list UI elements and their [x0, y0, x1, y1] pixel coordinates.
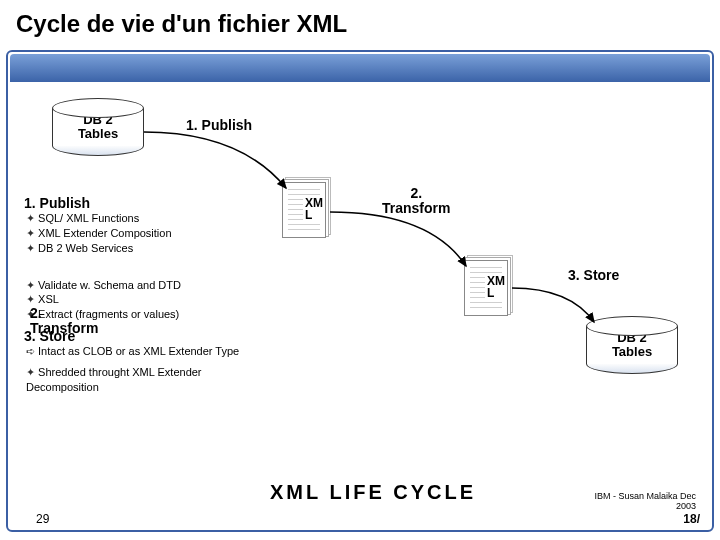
- step1-label-top: 1. Publish: [186, 118, 252, 133]
- db2-tables-right: DB 2 Tables: [586, 316, 678, 374]
- bullet-1b: XML Extender Composition: [24, 226, 244, 241]
- xml-doc-1: XM L: [282, 182, 326, 238]
- bullet-1a: SQL/ XML Functions: [24, 211, 244, 226]
- attribution: IBM - Susan Malaika Dec 2003: [594, 492, 696, 512]
- xml-doc-2: XM L: [464, 260, 508, 316]
- lifecycle-title: XML LIFE CYCLE: [270, 481, 476, 504]
- section-2-head-overlap: 2. Transform: [30, 306, 98, 337]
- xml-doc-2-label: XM L: [485, 275, 507, 299]
- slide-title: Cycle de vie d'un fichier XML: [0, 0, 720, 44]
- bullet-2a: Validate w. Schema and DTD: [24, 278, 244, 293]
- header-gradient-bar: [10, 54, 710, 82]
- section-1-head: 1. Publish: [24, 195, 244, 211]
- bullet-1c: DB 2 Web Services: [24, 241, 244, 256]
- bullet-3a: Intact as CLOB or as XML Extender Type: [24, 344, 244, 359]
- xml-doc-1-label: XM L: [303, 197, 325, 221]
- slide-number-left: 29: [36, 512, 49, 526]
- step3-label: 3. Store: [568, 268, 619, 283]
- bullet-3b: Shredded throught XML Extender Decomposi…: [24, 365, 244, 395]
- bullet-2b: XSL: [24, 292, 244, 307]
- step2-label: 2. Transform: [382, 186, 450, 217]
- slide-content: DB 2 Tables 1. Publish XM L 2. Transform…: [10, 82, 710, 528]
- db2-tables-left: DB 2 Tables: [52, 98, 144, 156]
- notes-column: 1. Publish SQL/ XML Functions XML Extend…: [24, 192, 244, 395]
- slide-number-right: 18/: [683, 512, 700, 526]
